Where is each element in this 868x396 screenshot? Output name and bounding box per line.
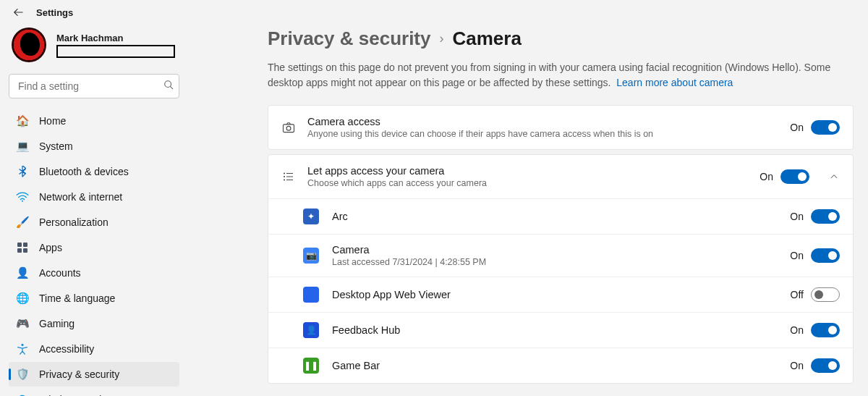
camera-access-title: Camera access bbox=[307, 116, 778, 127]
svg-point-10 bbox=[284, 176, 285, 177]
nav-icon: 🖌️ bbox=[16, 216, 29, 229]
app-name: Camera bbox=[332, 244, 777, 256]
sidebar-item-label: Accounts bbox=[39, 267, 81, 279]
sidebar-item-label: Apps bbox=[39, 242, 62, 253]
sidebar-item-home[interactable]: 🏠Home bbox=[9, 109, 179, 133]
sidebar-item-privacy-security[interactable]: 🛡️Privacy & security bbox=[9, 362, 179, 387]
app-icon: 👤 bbox=[303, 322, 319, 338]
camera-access-sub: Anyone using this device can choose if t… bbox=[307, 129, 778, 139]
svg-point-1 bbox=[22, 201, 23, 202]
app-last-accessed: Last accessed 7/31/2024 | 4:28:55 PM bbox=[332, 257, 777, 267]
sidebar-item-apps[interactable]: Apps bbox=[9, 235, 179, 260]
search-wrap bbox=[9, 74, 179, 98]
profile-block[interactable]: Mark Hachman bbox=[9, 25, 179, 68]
app-toggle[interactable] bbox=[811, 287, 840, 302]
app-icon: ❚❚ bbox=[303, 358, 319, 374]
app-name: Desktop App Web Viewer bbox=[332, 289, 778, 300]
back-button[interactable] bbox=[12, 6, 25, 19]
sidebar-item-label: System bbox=[39, 140, 73, 152]
app-name: Arc bbox=[332, 211, 777, 222]
breadcrumb-parent[interactable]: Privacy & security bbox=[268, 28, 430, 50]
svg-point-11 bbox=[284, 179, 285, 180]
app-row-arc: ✦ArcOn bbox=[268, 198, 853, 234]
svg-point-6 bbox=[21, 344, 23, 346]
nav-icon: 🏠 bbox=[16, 114, 29, 127]
wifi-icon bbox=[16, 190, 29, 203]
sidebar-item-label: Gaming bbox=[39, 318, 75, 329]
app-row-camera: 📷CameraLast accessed 7/31/2024 | 4:28:55… bbox=[268, 234, 853, 277]
app-toggle[interactable] bbox=[811, 209, 840, 224]
page-description: The settings on this page do not prevent… bbox=[268, 60, 832, 90]
app-toggle[interactable] bbox=[811, 248, 840, 263]
sidebar-item-label: Bluetooth & devices bbox=[39, 166, 129, 177]
svg-point-0 bbox=[165, 81, 171, 88]
search-input[interactable] bbox=[9, 74, 179, 98]
nav: 🏠Home💻SystemBluetooth & devicesNetwork &… bbox=[9, 109, 179, 396]
app-access-sub: Choose which apps can access your camera bbox=[307, 178, 748, 188]
sidebar-item-bluetooth-devices[interactable]: Bluetooth & devices bbox=[9, 159, 179, 184]
sidebar-item-windows-update[interactable]: Windows Update bbox=[9, 387, 179, 396]
svg-point-8 bbox=[286, 126, 291, 130]
app-row-desktop-app-web-viewer: Desktop App Web ViewerOff bbox=[268, 277, 853, 312]
camera-icon bbox=[281, 120, 296, 135]
svg-rect-2 bbox=[17, 243, 22, 247]
update-icon bbox=[16, 393, 29, 396]
app-toggle-state: Off bbox=[791, 289, 804, 300]
camera-access-toggle[interactable] bbox=[811, 120, 840, 135]
app-access-card: Let apps access your camera Choose which… bbox=[268, 154, 854, 384]
nav-icon: 👤 bbox=[16, 266, 29, 279]
list-icon bbox=[281, 170, 296, 183]
sidebar-item-accessibility[interactable]: Accessibility bbox=[9, 337, 179, 361]
search-icon bbox=[163, 80, 174, 93]
app-icon: ✦ bbox=[303, 208, 319, 224]
app-row-game-bar: ❚❚Game BarOn bbox=[268, 347, 853, 383]
window-title: Settings bbox=[36, 7, 73, 18]
sidebar-item-accounts[interactable]: 👤Accounts bbox=[9, 261, 179, 285]
sidebar-item-label: Home bbox=[39, 115, 66, 127]
app-toggle[interactable] bbox=[811, 323, 840, 337]
sidebar: Mark Hachman 🏠Home💻SystemBluetooth & dev… bbox=[0, 25, 188, 396]
profile-name: Mark Hachman bbox=[56, 33, 175, 43]
app-toggle-state: On bbox=[790, 250, 804, 261]
svg-point-9 bbox=[284, 172, 285, 174]
sidebar-item-network-internet[interactable]: Network & internet bbox=[9, 185, 179, 209]
sidebar-item-label: Personalization bbox=[39, 216, 109, 228]
sidebar-item-label: Privacy & security bbox=[39, 368, 119, 380]
camera-access-card: Camera access Anyone using this device c… bbox=[268, 105, 854, 150]
content: Privacy & security › Camera The settings… bbox=[188, 25, 868, 396]
chevron-up-icon[interactable] bbox=[828, 172, 840, 181]
sidebar-item-gaming[interactable]: 🎮Gaming bbox=[9, 311, 179, 336]
bluetooth-icon bbox=[16, 165, 29, 178]
accessibility-icon bbox=[16, 342, 29, 355]
svg-rect-7 bbox=[284, 125, 294, 132]
breadcrumb: Privacy & security › Camera bbox=[268, 28, 854, 50]
sidebar-item-time-language[interactable]: 🌐Time & language bbox=[9, 286, 179, 311]
arrow-left-icon bbox=[13, 7, 23, 17]
nav-icon: 🛡️ bbox=[16, 368, 29, 381]
app-toggle-state: On bbox=[790, 324, 804, 336]
app-icon bbox=[303, 287, 319, 303]
app-toggle-state: On bbox=[790, 360, 804, 371]
svg-rect-5 bbox=[23, 248, 27, 253]
camera-access-state: On bbox=[790, 122, 804, 133]
sidebar-item-label: Accessibility bbox=[39, 343, 94, 355]
nav-icon: 💻 bbox=[16, 140, 29, 153]
sidebar-item-label: Network & internet bbox=[39, 191, 122, 203]
app-list: ✦ArcOn📷CameraLast accessed 7/31/2024 | 4… bbox=[268, 198, 853, 383]
chevron-right-icon: › bbox=[439, 31, 443, 46]
page-title: Camera bbox=[452, 28, 521, 50]
avatar bbox=[12, 28, 46, 62]
title-bar: Settings bbox=[0, 0, 868, 25]
app-row-feedback-hub: 👤Feedback HubOn bbox=[268, 312, 853, 347]
app-name: Feedback Hub bbox=[332, 324, 777, 336]
apps-icon bbox=[16, 241, 29, 254]
app-access-toggle[interactable] bbox=[780, 169, 809, 184]
app-name: Game Bar bbox=[332, 360, 777, 371]
nav-icon: 🌐 bbox=[16, 292, 29, 305]
learn-more-link[interactable]: Learn more about camera bbox=[616, 77, 733, 88]
sidebar-item-personalization[interactable]: 🖌️Personalization bbox=[9, 210, 179, 235]
sidebar-item-system[interactable]: 💻System bbox=[9, 134, 179, 159]
app-access-state: On bbox=[760, 171, 773, 182]
app-toggle[interactable] bbox=[811, 358, 840, 373]
app-access-title: Let apps access your camera bbox=[307, 165, 748, 177]
